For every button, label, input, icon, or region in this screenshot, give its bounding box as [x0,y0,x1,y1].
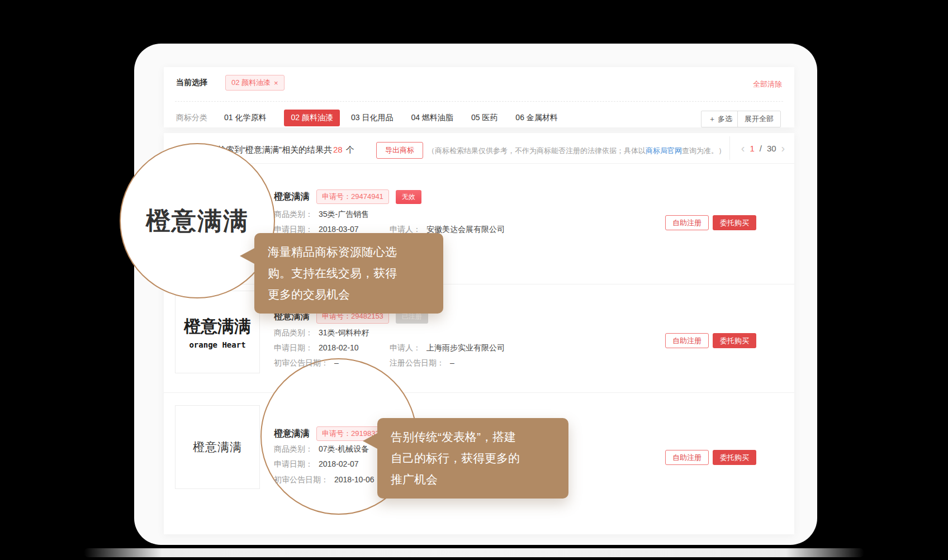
self-register-button[interactable]: 自助注册 [665,215,709,230]
result-row-1-title: 橙意满满 申请号：29474941 无效 [274,189,421,204]
trademark-name: 橙意满满 [274,191,310,203]
filter-card: 当前选择 02 颜料油漆 × 全部清除 商标分类 01 化学原料 02 颜料油漆… [164,67,794,127]
tooltip-marketplace: 海量精品商标资源随心选 购。支持在线交易，获得 更多的交易机会 [254,233,443,314]
self-register-button[interactable]: 自助注册 [665,450,709,465]
disclaimer-suffix: 查询为准。） [682,146,726,155]
category-item-05[interactable]: 05 医药 [471,113,497,123]
first-pub-value: – [334,358,339,367]
current-selection-label: 当前选择 [176,78,207,88]
category-item-06[interactable]: 06 金属材料 [515,113,557,123]
tooltip-promotion: 告别传统“发表格”，搭建 自己的标行，获得更多的 推广机会 [377,418,568,499]
app-no-label: 申请号： [322,192,351,201]
application-number-tag: 申请号：29474941 [316,189,389,204]
page-separator: / [760,144,762,153]
pagination: ‹ 1 / 30 › [732,133,794,163]
tooltip-line: 海量精品商标资源随心选 [268,241,430,263]
first-pub-label: 初审公告日期： [274,475,329,484]
divider [175,101,783,102]
app-no-label: 申请号： [322,429,351,438]
apply-date-label: 申请日期： [274,225,313,234]
status-badge-invalid: 无效 [396,190,421,204]
expand-all-button[interactable]: 展开全部 [737,111,781,127]
category-row: 商标分类 01 化学原料 02 颜料油漆 03 日化用品 04 燃料油脂 05 … [176,110,576,126]
applicant-label: 申请人： [390,225,421,234]
result-row-2-category: 商品类别：31类-饲料种籽 [274,328,704,338]
first-pub-value: 2018-10-06 [334,475,375,484]
trademark-name: 橙意满满 [274,428,310,440]
mockup-base-shadow [84,548,864,557]
tooltip-line: 推广机会 [391,469,555,490]
self-register-button[interactable]: 自助注册 [665,333,709,348]
entrust-purchase-button[interactable]: 委托购买 [713,450,756,465]
category-label: 商品类别： [274,444,313,453]
tooltip-line: 自己的标行，获得更多的 [391,448,555,469]
entrust-purchase-button[interactable]: 委托购买 [713,333,756,348]
apply-date-label: 申请日期： [274,459,313,468]
result-row-2-dates: 申请日期：2018-02-10 申请人：上海雨步实业有限公司 [274,343,704,353]
current-page: 1 [750,144,754,153]
app-no-value: 29474941 [351,192,383,201]
reg-pub-value: – [450,358,454,367]
disclaimer-text: （商标检索结果仅供参考，不作为商标能否注册的法律依据；具体以商标局官网查询为准。… [428,146,726,156]
reg-pub-group: 注册公告日期：– [390,358,454,368]
result-row-1-category: 商品类别：35类-广告销售 [274,210,704,220]
tooltip-line: 购。支持在线交易，获得 [268,263,430,284]
remove-tag-icon[interactable]: × [274,79,278,87]
category-row-label: 商标分类 [176,113,207,123]
next-page-icon[interactable]: › [781,143,785,154]
total-pages: 30 [767,144,776,153]
tooltip-arrow-left-icon [240,248,255,264]
apply-date-value: 2018-02-10 [319,343,359,352]
category-value: 07类-机械设备 [319,444,369,453]
category-label: 商品类别： [274,210,313,219]
tooltip-line: 更多的交易机会 [268,284,430,305]
divider [164,392,794,393]
current-selection-row: 当前选择 02 颜料油漆 × [176,75,285,91]
entrust-purchase-button[interactable]: 委托购买 [713,215,756,230]
divider [729,136,730,160]
apply-date-value: 2018-03-07 [319,225,359,234]
thumbnail-text: 橙意满满 [193,439,242,455]
trademark-office-link[interactable]: 商标局官网 [646,146,682,155]
magnified-trademark-text: 橙意满满 [146,205,249,238]
applicant-value: 安徽美达会展有限公司 [426,225,505,234]
category-value: 31类-饲料种籽 [319,328,369,337]
apply-date-value: 2018-02-07 [319,459,359,468]
thumbnail-text: 橙意满满 [184,315,251,338]
applicant-value: 上海雨步实业有限公司 [426,343,505,352]
category-value: 35类-广告销售 [319,210,369,219]
applicant-label: 申请人： [390,343,421,352]
multi-select-button[interactable]: ＋ 多选 [701,111,740,127]
first-pub-label: 初审公告日期： [274,358,329,367]
applicant-group: 申请人：上海雨步实业有限公司 [390,343,505,353]
category-item-04[interactable]: 04 燃料油脂 [411,113,453,123]
trademark-thumbnail: 橙意满满 [175,405,260,489]
tooltip-arrow-left-icon [363,433,378,449]
reg-pub-label: 注册公告日期： [390,358,444,367]
browser-mockup-panel: 当前选择 02 颜料油漆 × 全部清除 商标分类 01 化学原料 02 颜料油漆… [134,44,817,545]
category-item-02-selected[interactable]: 02 颜料油漆 [284,110,339,126]
clear-all-button[interactable]: 全部清除 [753,79,782,89]
selected-filter-tag[interactable]: 02 颜料油漆 × [225,75,285,91]
category-label: 商品类别： [274,328,313,337]
thumbnail-subtext: orange Heart [189,340,245,349]
results-summary-suffix: 个 [344,145,354,154]
apply-date-label: 申请日期： [274,343,313,352]
page-background: 当前选择 02 颜料油漆 × 全部清除 商标分类 01 化学原料 02 颜料油漆… [0,0,948,560]
divider [164,163,794,164]
disclaimer-prefix: （商标检索结果仅供参考，不作为商标能否注册的法律依据；具体以 [428,146,646,155]
results-count: 28 [333,145,343,154]
export-trademark-button[interactable]: 导出商标 [376,142,423,159]
selected-filter-tag-label: 02 颜料油漆 [231,78,271,88]
category-item-03[interactable]: 03 日化用品 [351,113,393,123]
category-item-01[interactable]: 01 化学原料 [224,113,266,123]
magnifier-circle-top: 橙意满满 [120,143,275,298]
result-row-2-publications: 初审公告日期：– 注册公告日期：– [274,358,704,368]
trademark-thumbnail: 橙意满满 orange Heart [175,291,260,373]
prev-page-icon[interactable]: ‹ [741,143,745,154]
tooltip-line: 告别传统“发表格”，搭建 [391,426,555,448]
